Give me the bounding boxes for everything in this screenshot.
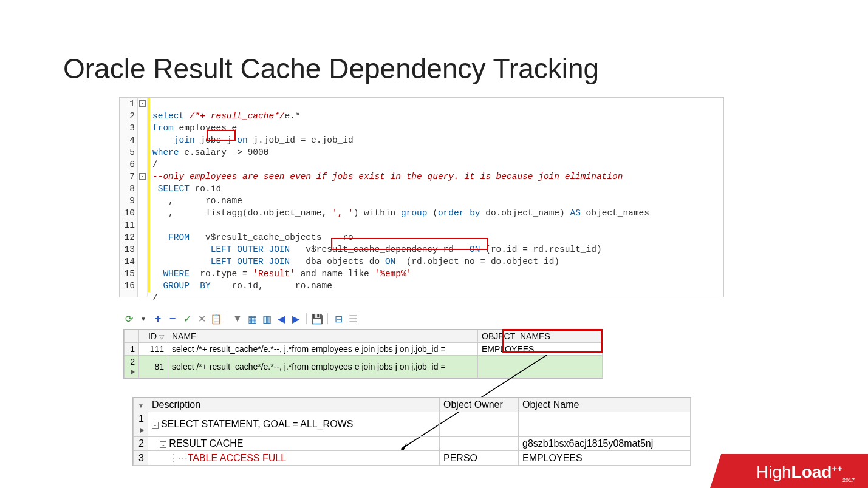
line-gutter: 12345678910111213141516 <box>120 98 138 297</box>
highlight-box-employees <box>502 329 603 353</box>
save-icon[interactable]: 💾 <box>312 313 323 324</box>
rownum-cell: 1 <box>125 343 139 356</box>
separator <box>306 313 307 324</box>
collapse-icon[interactable]: - <box>152 422 159 429</box>
rownum-cell: 2 <box>125 356 139 378</box>
rownum-cell: 1 <box>134 412 148 437</box>
cancel-icon[interactable]: ✕ <box>196 313 207 324</box>
separator <box>327 313 328 324</box>
owner-cell <box>440 412 519 437</box>
rownum-cell: 2 <box>134 437 148 451</box>
col-name[interactable]: NAME <box>168 330 478 343</box>
columns-icon[interactable]: ▥ <box>261 313 272 324</box>
col-id[interactable]: ID ▽ <box>139 330 168 343</box>
col-owner[interactable]: Object Owner <box>440 398 519 412</box>
post-icon[interactable]: 📋 <box>211 313 222 324</box>
fold-minus-icon[interactable]: - <box>139 100 146 107</box>
current-row-icon <box>131 370 135 374</box>
obj-cell <box>519 412 691 437</box>
name-cell: select /*+ result_cache*/e.*--, j.*from … <box>168 343 478 356</box>
results-toolbar: ⟳ ▼ + − ✓ ✕ 📋 ▼ ▦ ▥ ◀ ▶ 💾 ⊟ ☰ <box>123 311 609 327</box>
table-row[interactable]: 3 ⋮⋯TABLE ACCESS FULL PERSO EMPLOYEES <box>134 451 691 466</box>
table-row[interactable]: 2 -RESULT CACHE g8szb1bsx6acj1815y08mat5… <box>134 437 691 451</box>
current-row-icon <box>140 428 144 433</box>
rownum-cell: 3 <box>134 451 148 466</box>
owner-cell <box>440 437 519 451</box>
obj-cell: g8szb1bsx6acj1815y08mat5nj <box>519 437 691 451</box>
sql-editor[interactable]: 12345678910111213141516 - - select /*+ r… <box>119 97 724 297</box>
plan-grid[interactable]: ▼ Description Object Owner Object Name 1… <box>132 397 691 466</box>
logo-text: HighLoad++2017 <box>756 463 855 483</box>
check-icon[interactable]: ✓ <box>182 313 193 324</box>
filter-icon[interactable]: ▼ <box>232 313 243 324</box>
table-row[interactable]: 1 -SELECT STATEMENT, GOAL = ALL_ROWS <box>134 412 691 437</box>
dropdown-icon[interactable]: ▼ <box>138 313 149 324</box>
tree-icon[interactable]: ⊟ <box>333 313 344 324</box>
prev-icon[interactable]: ◀ <box>276 313 287 324</box>
id-cell: 81 <box>139 356 168 378</box>
fold-gutter: - - <box>138 98 148 297</box>
desc-cell: -RESULT CACHE <box>148 437 440 451</box>
refresh-icon[interactable]: ⟳ <box>123 313 134 324</box>
minus-icon[interactable]: − <box>167 313 178 324</box>
grid-icon[interactable]: ▦ <box>247 313 258 324</box>
next-icon[interactable]: ▶ <box>290 313 301 324</box>
code-content[interactable]: select /*+ result_cache*/e.* from employ… <box>152 98 723 297</box>
change-bar <box>148 98 150 292</box>
col-description[interactable]: Description <box>148 398 440 412</box>
obj-cell: EMPLOYEES <box>519 451 691 466</box>
list-icon[interactable]: ☰ <box>347 313 358 324</box>
highlight-box-jobs <box>207 130 236 141</box>
page-title: Oracle Result Cache Dependency Tracking <box>63 52 599 85</box>
desc-cell: ⋮⋯TABLE ACCESS FULL <box>148 451 440 466</box>
separator <box>227 313 227 324</box>
fold-minus-icon[interactable]: - <box>139 173 146 180</box>
id-cell: 111 <box>139 343 168 356</box>
grid-header-row: ▼ Description Object Owner Object Name <box>134 398 691 412</box>
collapse-icon[interactable]: - <box>160 441 166 448</box>
col-object-name[interactable]: Object Name <box>519 398 691 412</box>
highload-logo: HighLoad++2017 <box>710 446 868 488</box>
desc-cell: -SELECT STATEMENT, GOAL = ALL_ROWS <box>148 412 440 437</box>
plus-icon[interactable]: + <box>152 313 163 324</box>
owner-cell: PERSO <box>440 451 519 466</box>
rownum-header <box>125 330 139 343</box>
highlight-box-dependency-view <box>331 238 488 250</box>
